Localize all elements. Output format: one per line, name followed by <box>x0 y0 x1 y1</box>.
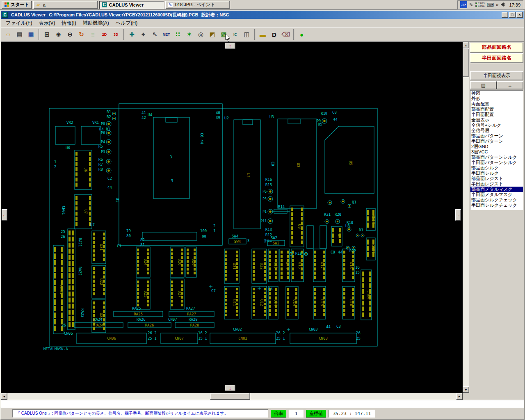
menu-item[interactable]: ヘルプ(H) <box>112 19 141 27</box>
pan-up-button[interactable]: ↑ <box>225 43 235 49</box>
layer-item[interactable]: 2層GND <box>470 144 523 149</box>
tool-ruler-icon[interactable]: ▬ <box>257 29 268 40</box>
toolbar-group: ▬D⌫ <box>257 29 291 40</box>
taskbar-item[interactable]: ▱a <box>33 1 98 9</box>
tool-highlight-icon[interactable]: ✶ <box>184 29 195 40</box>
zoom-value[interactable]: 1 <box>289 410 304 418</box>
tool-measure-icon[interactable]: ⌖ <box>138 29 149 40</box>
svg-text:C8: C8 <box>332 110 337 114</box>
tool-view-2d-icon[interactable]: 2D <box>99 29 110 40</box>
list-view-icon[interactable]: ▤ <box>470 81 497 89</box>
menu-item[interactable]: 補助機能(A) <box>80 19 112 27</box>
svg-text:26 2: 26 2 <box>276 331 285 335</box>
layer-item[interactable]: 部品面パターンシルク <box>470 155 523 160</box>
tool-status-lamp-icon[interactable]: ● <box>296 29 307 40</box>
scroll-down-arrow[interactable]: ▼ <box>463 386 469 393</box>
svg-text:U26: U26 <box>178 259 182 265</box>
svg-text:C9: C9 <box>271 162 275 166</box>
tool-redraw-icon[interactable]: ↻ <box>76 29 87 40</box>
scroll-up-arrow[interactable]: ▲ <box>463 42 469 48</box>
minimize-button[interactable]: _ <box>502 12 508 18</box>
taskbar-item[interactable]: ✎018.JPG - ペイント <box>165 1 230 9</box>
keyboard-icon[interactable]: ⌨ <box>486 2 493 8</box>
tool-net-icon[interactable]: NET <box>161 29 172 40</box>
menu-item[interactable]: ファイル(F) <box>2 19 35 27</box>
pcb-canvas[interactable]: RA25RA27RA24RA26RA28CN06CN07CN02CN03SW4S… <box>1 42 463 393</box>
layer-item[interactable]: 部品面メタルマスク <box>470 187 523 192</box>
sub-status-bar <box>1 400 524 408</box>
mouse-cursor <box>225 34 231 42</box>
scroll-right-arrow[interactable]: ► <box>456 393 463 400</box>
tool-d-tool-icon[interactable]: D <box>269 29 280 40</box>
pan-down-button[interactable]: ↓ <box>225 385 235 391</box>
menu-item[interactable]: 情報(I) <box>58 19 79 27</box>
solder-side-view-button[interactable]: 半田面視表示 <box>470 71 523 80</box>
tool-zoom-out-icon[interactable]: ⊖ <box>64 29 75 40</box>
layer-item[interactable]: 3層VCC <box>470 149 523 155</box>
component-side-names-button[interactable]: 部品面回路名 <box>470 43 523 52</box>
layer-item[interactable]: 検図 <box>470 91 523 96</box>
svg-text:39: 39 <box>216 116 220 120</box>
maximize-button[interactable]: □ <box>509 12 516 18</box>
tool-pick-arrow-icon[interactable]: ↖ <box>149 29 160 40</box>
scroll-left-arrow[interactable]: ◄ <box>1 393 7 400</box>
tool-search-part-icon[interactable]: ◎ <box>195 29 206 40</box>
svg-text:P1: P1 <box>262 210 267 214</box>
tool-component-icon[interactable]: ◫ <box>241 29 252 40</box>
tool-part-pair-icon[interactable]: ◩ <box>207 29 218 40</box>
close-button[interactable]: × <box>516 12 523 18</box>
horizontal-scrollbar[interactable]: ◄ ► <box>1 393 463 400</box>
tool-zoom-in-icon[interactable]: ⊕ <box>53 29 64 40</box>
ime-caps-kana-indicator[interactable]: CAPS KANA <box>475 2 484 8</box>
toolbar-separator <box>39 29 39 40</box>
layer-item[interactable]: 部品面シルク <box>470 165 523 171</box>
swap-sides-icon[interactable]: ↔ <box>497 81 523 89</box>
svg-text:R7: R7 <box>98 162 103 167</box>
tool-net-nodes-icon[interactable]: ∷ <box>172 29 183 40</box>
layer-item[interactable]: 両面配置 <box>470 101 523 107</box>
svg-text:U12: U12 <box>260 299 264 306</box>
tool-eraser-icon[interactable]: ⌫ <box>280 29 291 40</box>
layer-item[interactable]: 半田面配置 <box>470 112 523 117</box>
pan-left-button[interactable]: ← <box>2 209 7 221</box>
tool-open-icon[interactable]: ▱ <box>2 29 14 40</box>
layer-item[interactable]: 部品面配置 <box>470 107 523 112</box>
tool-zoom-window-icon[interactable]: ⊞ <box>41 29 52 40</box>
layer-item[interactable]: 半田面パターンシルク <box>470 160 523 165</box>
ime-pen-icon[interactable]: ✎ <box>469 2 473 8</box>
speaker-icon[interactable] <box>500 2 506 8</box>
layer-item[interactable]: 全信号+シルク <box>470 123 523 128</box>
layer-item[interactable]: 半田面シルクチェック <box>470 203 523 208</box>
horizontal-scroll-thumb[interactable] <box>210 393 250 400</box>
layer-item[interactable]: 部品面パターン <box>470 133 523 139</box>
tool-ic-info-icon[interactable]: IC <box>230 29 241 40</box>
solder-side-names-button[interactable]: 半田面回路名 <box>470 53 523 63</box>
tool-print-icon[interactable]: ▤ <box>14 29 25 40</box>
layer-item[interactable]: 半田面メタルマスク <box>470 192 523 197</box>
pan-right-button[interactable]: → <box>455 209 461 221</box>
vertical-scrollbar[interactable]: ▲ ▼ <box>463 42 469 393</box>
layer-item[interactable]: 半田面パターン <box>470 139 523 144</box>
layer-item[interactable]: 半田面レジスト <box>470 181 523 187</box>
layer-item[interactable]: 全層表示 <box>470 117 523 123</box>
tool-probe-icon[interactable]: ✚ <box>126 29 137 40</box>
svg-text:D1: D1 <box>359 228 363 232</box>
taskbar-item-label: 018.JPG - ペイント <box>175 2 215 8</box>
layer-item[interactable]: 半田面シルク <box>470 171 523 176</box>
layer-item[interactable]: 外形 <box>470 96 523 101</box>
layer-item[interactable]: 部品面レジスト <box>470 176 523 181</box>
tool-save-icon[interactable]: ▦ <box>25 29 37 40</box>
start-button[interactable]: スタート <box>2 1 32 9</box>
layer-item[interactable]: 部品面シルクチェック <box>470 197 523 203</box>
caps-led <box>475 2 477 4</box>
tool-layer-bars-icon[interactable]: ≡ <box>87 29 98 40</box>
tray-chevron-icon[interactable]: « <box>496 2 499 8</box>
vertical-scroll-thumb[interactable] <box>463 48 469 77</box>
tool-view-3d-icon[interactable]: 3D <box>110 29 121 40</box>
svg-text:RA23: RA23 <box>80 308 84 317</box>
taskbar-item[interactable]: CCADLUS Viewer <box>99 1 164 9</box>
menu-item[interactable]: 表示(V) <box>35 19 58 27</box>
layer-item[interactable]: 全信号層 <box>470 128 523 133</box>
svg-text:CN09: CN09 <box>371 244 375 253</box>
ime-language-icon[interactable]: JP <box>460 1 467 8</box>
